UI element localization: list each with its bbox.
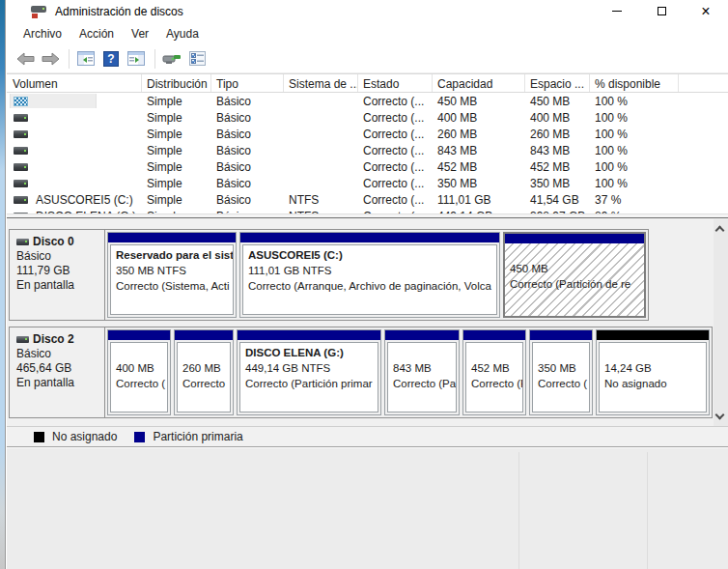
partition-size: 350 MB	[538, 360, 584, 376]
partition-size: 260 MB	[182, 360, 225, 376]
disk-size: 465,64 GB	[16, 361, 98, 376]
forward-icon[interactable]	[39, 47, 62, 71]
disk-info-disco-0[interactable]: Disco 0Básico111,79 GBEn pantalla	[10, 230, 105, 320]
layout-cell: Simple	[142, 160, 211, 174]
partition-843-mb[interactable]: 843 MBCorrecto (Pa	[384, 329, 460, 415]
partition-350-mb[interactable]: 350 MBCorrecto (	[529, 329, 593, 415]
disk-info-disco-2[interactable]: Disco 2Básico465,64 GBEn pantalla	[10, 327, 105, 417]
table-row-volume-260-mb[interactable]: SimpleBásicoCorrecto (...260 MB260 MB100…	[7, 126, 728, 142]
partition-450-mb[interactable]: 450 MBCorrecto (Partición de re	[503, 232, 646, 318]
table-row-volume-450-mb[interactable]: SimpleBásicoCorrecto (...450 MB450 MB100…	[7, 93, 728, 109]
checklist-icon[interactable]	[185, 47, 209, 71]
table-row-volume-843-mb[interactable]: SimpleBásicoCorrecto (...843 MB843 MB100…	[7, 142, 728, 158]
partition-260-mb[interactable]: 260 MBCorrecto	[174, 329, 234, 415]
column-header-espacio[interactable]: Espacio ...	[525, 74, 590, 92]
help-icon[interactable]: ?	[99, 47, 123, 71]
partition-status: Correcto (Arranque, Archivo de paginació…	[248, 278, 491, 294]
column-header-volumen[interactable]: Volumen	[7, 74, 142, 92]
partition-400-mb[interactable]: 400 MBCorrecto (	[107, 329, 171, 415]
free-space-cell: 452 MB	[525, 160, 590, 174]
column-header-sistema-de[interactable]: Sistema de ...	[284, 74, 358, 92]
free-space-cell: 41,54 GB	[525, 193, 590, 207]
capacity-cell: 450 MB	[433, 95, 525, 108]
scroll-down-icon[interactable]	[715, 411, 725, 420]
primary-partition-bar	[240, 233, 499, 242]
window-controls: ×	[595, 0, 728, 22]
menu-item-archivo[interactable]: Archivo	[14, 25, 70, 43]
partition-status: Correcto	[182, 376, 225, 391]
partition-size: 111,01 GB NTFS	[248, 263, 491, 278]
drive-icon	[14, 130, 28, 138]
minimize-icon	[612, 11, 622, 12]
volume-cell	[7, 159, 142, 174]
legend-label: Partición primaria	[153, 430, 242, 443]
window-title: Administración de discos	[55, 5, 183, 18]
column-header-tipo[interactable]: Tipo	[211, 74, 284, 92]
disk-row-disco-0: Disco 0Básico111,79 GBEn pantallaReserva…	[9, 229, 649, 321]
layout-cell: Simple	[142, 128, 211, 141]
primary-partition-bar	[175, 330, 233, 340]
partition-reservado-para-el-sist[interactable]: Reservado para el sist350 MB NTFSCorrect…	[107, 232, 237, 318]
volume-cell	[7, 143, 142, 157]
disk-name: Disco 2	[16, 332, 98, 347]
partition-14-24-gb[interactable]: 14,24 GBNo asignado	[596, 329, 710, 415]
partition-name	[604, 345, 701, 360]
show-action-pane-icon[interactable]	[125, 47, 148, 71]
selected-volume-highlight	[11, 94, 96, 108]
column-header-estado[interactable]: Estado	[358, 74, 433, 92]
menu-item-ver[interactable]: Ver	[123, 25, 157, 43]
partition-body: Reservado para el sist350 MB NTFSCorrect…	[110, 244, 234, 315]
table-row-volume-asuscorei5-c[interactable]: ASUSCOREI5 (C:)SimpleBásicoNTFSCorrecto …	[7, 191, 728, 208]
device-properties-icon[interactable]	[160, 47, 183, 71]
partition-status: Correcto (Pa	[393, 376, 451, 391]
status-area	[7, 447, 728, 569]
partition-disco-elena-g[interactable]: DISCO ELENA (G:)449,14 GB NTFSCorrecto (…	[237, 329, 381, 415]
partition-size: 452 MB	[471, 360, 518, 376]
column-header-filler	[679, 74, 728, 92]
partition-status: Correcto (	[116, 376, 162, 391]
maximize-button[interactable]	[639, 0, 684, 22]
scroll-up-icon[interactable]	[715, 226, 725, 236]
unallocated-bar	[597, 330, 709, 340]
partition-name	[116, 345, 162, 360]
column-header-capacidad[interactable]: Capacidad	[433, 74, 525, 92]
table-row-volume-350-mb[interactable]: SimpleBásicoCorrecto (...350 MB350 MB100…	[7, 175, 728, 191]
partition-body: 843 MBCorrecto (Pa	[387, 342, 457, 413]
show-console-tree-icon[interactable]	[74, 47, 98, 71]
capacity-cell: 400 MB	[433, 111, 525, 125]
close-button[interactable]: ×	[684, 0, 728, 22]
partition-body: 400 MBCorrecto (	[110, 342, 168, 413]
menu-item-ayuda[interactable]: Ayuda	[157, 25, 208, 43]
capacity-cell: 452 MB	[433, 160, 525, 174]
column-header-disponible[interactable]: % disponible	[590, 74, 679, 92]
disk-row-disco-2: Disco 2Básico465,64 GBEn pantalla 400 MB…	[9, 327, 713, 418]
capacity-cell: 350 MB	[433, 177, 525, 190]
table-row-volume-452-mb[interactable]: SimpleBásicoCorrecto (...452 MB452 MB100…	[7, 158, 728, 175]
back-icon[interactable]	[14, 47, 37, 71]
partition-name	[510, 245, 639, 261]
drive-icon	[14, 213, 28, 214]
minimize-button[interactable]	[595, 0, 639, 22]
disk-name-text: Disco 0	[33, 235, 74, 249]
partition-size: 450 MB	[510, 261, 639, 276]
table-row-volume-400-mb[interactable]: SimpleBásicoCorrecto (...400 MB400 MB100…	[7, 109, 728, 126]
primary-partition-bar	[108, 233, 236, 242]
column-header-distribucio-n[interactable]: Distribución	[142, 74, 211, 92]
type-cell: Básico	[211, 128, 284, 141]
partition-name: Reservado para el sist	[116, 247, 228, 263]
disk-icon	[16, 239, 29, 245]
menu-item-accio-n[interactable]: Acción	[70, 25, 123, 43]
partition-status: Correcto (Sistema, Acti	[116, 278, 228, 294]
legend-swatch	[34, 432, 44, 442]
partitions-disco-0: Reservado para el sist350 MB NTFSCorrect…	[105, 230, 648, 320]
partition-name	[538, 345, 584, 360]
vertical-scrollbar[interactable]	[714, 219, 728, 426]
partition-asuscorei5-c[interactable]: ASUSCOREI5 (C:)111,01 GB NTFSCorrecto (A…	[239, 232, 500, 318]
toolbar-separator	[69, 49, 70, 69]
partition-452-mb[interactable]: 452 MBCorrecto (P	[462, 329, 526, 415]
disk-status: En pantalla	[16, 376, 98, 390]
disk-management-window: Administración de discos × ArchivoAcción…	[7, 0, 728, 569]
svg-text:?: ?	[107, 52, 114, 66]
drive-icon	[14, 196, 28, 204]
type-cell: Básico	[211, 160, 284, 174]
